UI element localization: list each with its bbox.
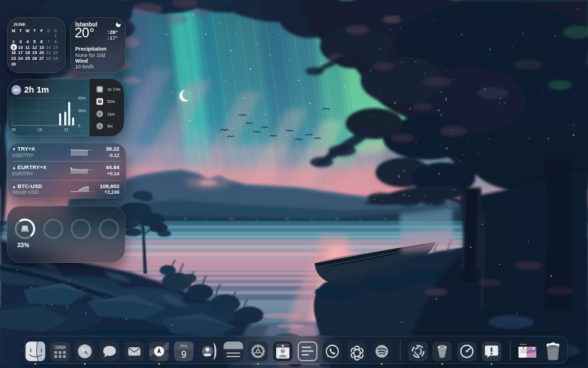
svg-text:9: 9 [181, 350, 187, 359]
svg-text:Mon: Mon [180, 344, 188, 348]
